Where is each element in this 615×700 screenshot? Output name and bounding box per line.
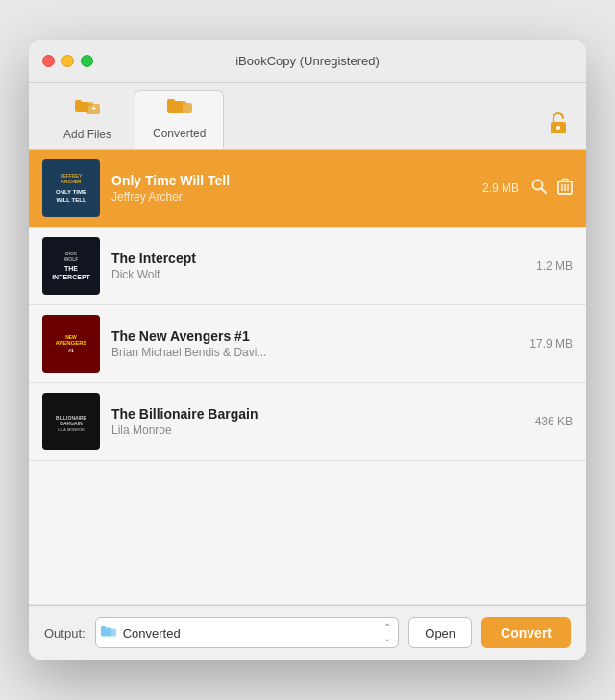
delete-icon[interactable]: [557, 178, 573, 200]
book-author: Dick Wolf: [111, 268, 525, 281]
book-title: The Intercept: [111, 251, 525, 266]
book-size: 1.2 MB: [536, 259, 573, 273]
maximize-button[interactable]: [81, 55, 93, 67]
book-title: The New Avengers #1: [111, 328, 518, 344]
tab-converted[interactable]: Converted: [135, 90, 224, 149]
book-cover: JEFFREY ARCHER ONLY TIME WILL TELL: [42, 159, 100, 217]
tab-add-files[interactable]: + Add Files: [44, 92, 131, 149]
book-item[interactable]: BILLIONAIRE BARGAIN LILA MONROE The Bill…: [29, 383, 586, 461]
book-list: JEFFREY ARCHER ONLY TIME WILL TELL Only …: [29, 150, 586, 461]
book-info: The New Avengers #1 Brian Michael Bendis…: [100, 328, 529, 359]
output-select[interactable]: Converted: [95, 617, 400, 648]
book-cover: DICK WOLF THE INTERCEPT: [42, 237, 100, 295]
add-files-icon: +: [75, 98, 100, 125]
book-info: The Intercept Dick Wolf: [100, 251, 536, 281]
output-select-wrapper: Converted ⌃⌄: [95, 617, 400, 648]
book-author: Lila Monroe: [111, 423, 524, 437]
add-files-label: Add Files: [63, 128, 111, 141]
converted-label: Converted: [153, 127, 206, 140]
book-cover: NEW AVENGERS #1: [42, 315, 100, 373]
traffic-lights: [42, 55, 93, 67]
book-size: 436 KB: [535, 415, 573, 428]
close-button[interactable]: [42, 55, 55, 67]
convert-button[interactable]: Convert: [481, 617, 571, 648]
output-label: Output:: [44, 626, 86, 640]
book-author: Brian Michael Bendis & Davi...: [111, 346, 518, 359]
lock-button[interactable]: [546, 110, 571, 141]
window-title: iBookCopy (Unregistered): [235, 54, 380, 68]
book-actions: [530, 178, 573, 200]
book-size: 17.9 MB: [529, 337, 573, 350]
book-title: Only Time Will Tell: [111, 173, 471, 188]
titlebar: iBookCopy (Unregistered): [29, 40, 586, 83]
svg-rect-1: [75, 100, 82, 104]
book-author: Jeffrey Archer: [111, 190, 471, 204]
book-info: The Billionaire Bargain Lila Monroe: [100, 406, 535, 437]
minimize-button[interactable]: [62, 55, 74, 67]
book-item[interactable]: JEFFREY ARCHER ONLY TIME WILL TELL Only …: [29, 150, 586, 228]
empty-area: [29, 461, 586, 605]
open-button[interactable]: Open: [408, 617, 472, 648]
svg-point-10: [556, 126, 560, 130]
toolbar: + Add Files Converted: [29, 83, 586, 150]
svg-rect-8: [180, 101, 186, 105]
search-icon[interactable]: [530, 178, 548, 200]
book-title: The Billionaire Bargain: [111, 406, 524, 422]
book-item[interactable]: DICK WOLF THE INTERCEPT The Intercept Di…: [29, 228, 586, 305]
book-info: Only Time Will Tell Jeffrey Archer: [100, 173, 482, 204]
bottom-bar: Output: Converted ⌃⌄ Open Convert: [29, 605, 586, 660]
book-size: 2.9 MB: [482, 181, 519, 195]
book-item[interactable]: NEW AVENGERS #1 The New Avengers #1 Bria…: [29, 305, 586, 383]
svg-rect-6: [167, 99, 175, 103]
svg-text:+: +: [91, 104, 96, 113]
main-window: iBookCopy (Unregistered) + Add Files: [29, 40, 586, 660]
book-cover: BILLIONAIRE BARGAIN LILA MONROE: [42, 393, 100, 450]
converted-icon: [167, 97, 192, 124]
svg-line-12: [542, 188, 547, 193]
